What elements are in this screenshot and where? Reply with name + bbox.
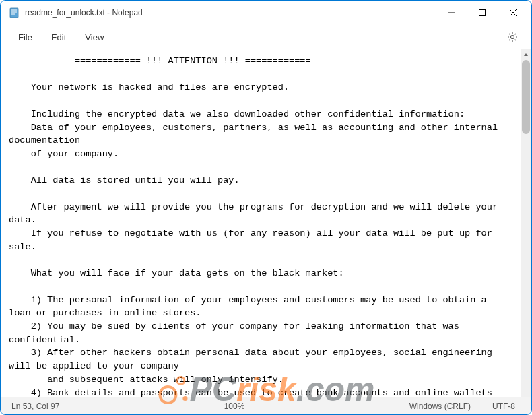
titlebar: readme_for_unlock.txt - Notepad [1,1,531,25]
settings-button[interactable] [502,26,523,48]
window-title: readme_for_unlock.txt - Notepad [25,8,436,18]
scroll-thumb[interactable] [522,60,530,134]
cursor-position: Ln 53, Col 97 [11,402,59,411]
vertical-scrollbar[interactable] [521,49,531,397]
menu-view[interactable]: View [75,30,113,45]
menu-edit[interactable]: Edit [42,30,75,45]
line-ending: Windows (CRLF) [409,402,471,411]
encoding: UTF-8 [492,402,515,411]
notepad-icon [9,7,20,18]
minimize-button[interactable] [436,1,467,25]
zoom-level: 100% [86,402,382,411]
scroll-up-arrow[interactable] [521,49,531,60]
text-editor[interactable]: ============ !!! ATTENTION !!! =========… [1,49,521,397]
window-controls [436,1,529,25]
maximize-button[interactable] [467,1,498,25]
svg-rect-5 [479,10,486,16]
gear-icon [507,32,518,42]
close-button[interactable] [498,1,529,25]
menu-file[interactable]: File [9,30,42,45]
svg-rect-0 [10,8,18,18]
menubar: File Edit View [1,25,531,49]
content-area: ============ !!! ATTENTION !!! =========… [1,49,531,397]
statusbar: Ln 53, Col 97 100% Windows (CRLF) UTF-8 [1,397,531,414]
